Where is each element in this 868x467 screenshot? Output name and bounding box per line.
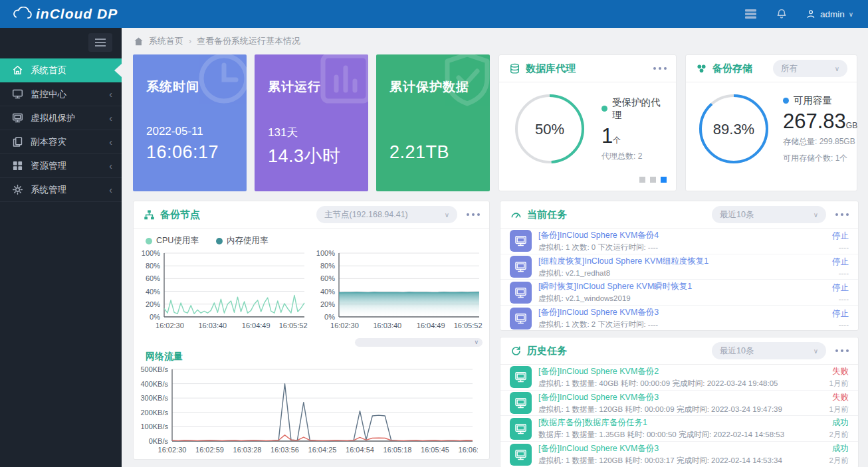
x-axis-tick-label: 16:02:30 [156, 322, 184, 329]
task-meta: 虚拟机: 1 数据量: 120GB 耗时: 00:00:09 完成时间: 202… [538, 405, 823, 415]
y-axis-tick-label: 80% [146, 262, 160, 270]
sidebar-item-grid[interactable]: 资源管理‹ [0, 154, 122, 178]
breadcrumb-home-link[interactable]: 系统首页 [149, 35, 183, 47]
task-title-link[interactable]: [备份]InCloud Sphere KVM备份4 [538, 230, 825, 241]
task-title-link[interactable]: [细粒度恢复]InCloud Sphere KVM细粒度恢复1 [538, 256, 825, 267]
stat-cards: 系统时间2022-05-1116:06:17累计运行131天14.3小时累计保护… [133, 54, 490, 191]
home-icon [134, 37, 144, 47]
agents-total-label: 代理总数: 2 [601, 151, 669, 162]
current-task-list: [备份]InCloud Sphere KVM备份4虚拟机: 1 次数: 0 下次… [500, 229, 858, 331]
task-action-sub: ---- [832, 295, 849, 303]
task-title-link[interactable]: [备份]InCloud Sphere KVM备份2 [538, 366, 823, 377]
stat-card-chart: 累计运行131天14.3小时 [255, 54, 368, 191]
stat-card-shield: 累计保护数据2.21TB [376, 54, 490, 191]
sidebar-item-desktop[interactable]: 虚拟机保护‹ [0, 106, 122, 130]
sidebar-item-gear[interactable]: 系统管理‹ [0, 178, 122, 202]
task-title-link[interactable]: [备份]InCloud Sphere KVM备份3 [538, 392, 823, 403]
chevron-left-icon: ‹ [109, 185, 112, 195]
available-capacity-value: 267.83 [783, 110, 846, 133]
panel-title-label: 备份存储 [712, 62, 752, 75]
grid-icon [12, 160, 23, 171]
x-axis-tick-label: 16:05:18 [383, 446, 412, 454]
vm-icon [510, 282, 532, 304]
x-axis-tick-label: 16:04:25 [308, 446, 337, 454]
vm-icon [510, 366, 532, 388]
network-range-select[interactable]: ∨ [355, 338, 483, 347]
x-axis-tick-label: 16:05:45 [421, 446, 449, 454]
monitor-icon [12, 88, 23, 100]
task-title-link[interactable]: [备份]InCloud Sphere KVM备份3 [538, 307, 825, 318]
panel-more-menu[interactable] [835, 349, 849, 352]
copy-icon [12, 136, 23, 147]
memory-legend-dot [216, 238, 223, 244]
panel-more-menu[interactable] [653, 67, 667, 70]
pager-dot-1[interactable] [639, 177, 645, 183]
storage-filter-select[interactable]: 所有∨ [773, 60, 847, 77]
vm-icon [510, 444, 532, 466]
task-title-link[interactable]: [备份]InCloud Sphere KVM备份3 [538, 443, 823, 454]
donut-percent-label: 89.3% [713, 121, 754, 138]
y-axis-tick-label: 100% [142, 249, 160, 257]
logo-text: inCloud DP [36, 6, 118, 22]
history-tasks-filter-select[interactable]: 最近10条∨ [712, 342, 826, 359]
node-select[interactable]: 主节点(192.168.94.41)∨ [316, 206, 457, 223]
stat-card-line1: 2022-05-11 [146, 125, 239, 138]
panel-more-menu[interactable] [835, 213, 849, 216]
cpu-legend-label: CPU使用率 [156, 235, 199, 246]
sidebar-collapse-button[interactable] [88, 33, 112, 52]
db-agent-panel: 数据库代理 50% 受保护的代理 1个 代理总数: 2 [498, 54, 677, 191]
task-title-link[interactable]: [瞬时恢复]InCloud Sphere KVM瞬时恢复1 [538, 281, 825, 292]
storage-icon [696, 63, 707, 74]
area-fill [339, 292, 479, 317]
chevron-left-icon: ‹ [109, 89, 112, 100]
desktop-icon [12, 112, 23, 124]
panel-more-menu[interactable] [467, 213, 480, 216]
breadcrumb: 系统首页 › 查看备份系统运行基本情况 [122, 28, 868, 54]
sidebar-item-label: 资源管理 [31, 160, 66, 172]
chevron-left-icon: ‹ [109, 137, 112, 147]
app-logo: inCloud DP [0, 6, 122, 22]
stop-task-button[interactable]: 停止 [832, 256, 849, 268]
x-axis-tick-label: 16:04:49 [417, 322, 445, 329]
pager-dot-3[interactable] [661, 177, 667, 183]
pager-dot-2[interactable] [650, 177, 656, 183]
stop-task-button[interactable]: 停止 [832, 231, 849, 242]
y-axis-tick-label: 300KB/s [140, 394, 168, 402]
task-row: [细粒度恢复]InCloud Sphere KVM细粒度恢复1虚拟机: v2.1… [500, 254, 858, 280]
task-title-link[interactable]: [数据库备份]数据库备份任务1 [538, 417, 823, 428]
user-menu[interactable]: admin ∨ [806, 9, 853, 19]
stop-task-button[interactable]: 停止 [832, 308, 849, 320]
x-axis-tick-label: 16:02:30 [330, 322, 359, 329]
chevron-left-icon: ‹ [109, 161, 112, 171]
task-row: [备份]InCloud Sphere KVM备份4虚拟机: 1 次数: 0 下次… [500, 229, 858, 254]
main-content: 系统首页 › 查看备份系统运行基本情况 系统时间2022-05-1116:06:… [122, 28, 868, 467]
right-column: 当前任务 最近10条∨ [备份]InCloud Sphere KVM备份4虚拟机… [500, 201, 859, 467]
sidebar-item-home[interactable]: 系统首页 [0, 58, 122, 82]
chevron-down-icon: ∨ [835, 65, 839, 72]
y-axis-tick-label: 0% [150, 313, 160, 321]
servers-icon[interactable] [744, 7, 758, 21]
stop-task-button[interactable]: 停止 [832, 282, 849, 294]
task-row: [瞬时恢复]InCloud Sphere KVM瞬时恢复1虚拟机: v2.1_w… [500, 280, 858, 306]
chevron-down-icon: ∨ [814, 211, 818, 219]
x-axis-tick-label: 16:02:30 [158, 446, 187, 454]
vm-icon [510, 230, 532, 252]
storage-count-label: 可用存储个数: 1个 [783, 153, 857, 164]
history-tasks-panel: 历史任务 最近10条∨ [备份]InCloud Sphere KVM备份2虚拟机… [500, 337, 859, 467]
sidebar-item-monitor[interactable]: 监控中心‹ [0, 82, 122, 106]
current-tasks-filter-select[interactable]: 最近10条∨ [712, 206, 826, 223]
vm-icon [510, 256, 532, 278]
gauge-icon [510, 209, 522, 221]
sitemap-icon [144, 209, 155, 221]
sidebar-item-copy[interactable]: 副本容灾‹ [0, 130, 122, 154]
shield-icon [435, 54, 490, 110]
x-axis-tick-label: 16:02:59 [195, 446, 224, 454]
legend-dot [601, 106, 607, 112]
topbar: inCloud DP admin ∨ [0, 0, 868, 28]
task-meta: 数据库: 1 数据量: 1.35GB 耗时: 00:00:50 完成时间: 20… [538, 430, 823, 440]
task-status-badge: 失败 [829, 392, 849, 403]
y-axis-tick-label: 20% [146, 300, 160, 308]
bell-icon[interactable] [775, 7, 788, 21]
task-status-badge: 成功 [829, 417, 849, 428]
task-meta: 虚拟机: 1 次数: 2 下次运行时间: ---- [538, 320, 825, 329]
